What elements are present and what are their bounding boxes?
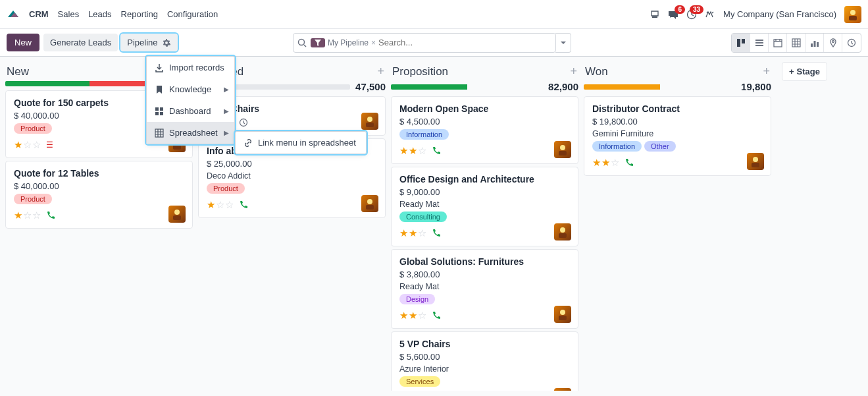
tag[interactable]: Information <box>399 129 449 140</box>
kanban-card[interactable]: Office Design and Architecture $ 9,000.0… <box>391 167 578 246</box>
priority-stars[interactable]: ★★☆ <box>592 157 619 169</box>
star-icon[interactable]: ★ <box>207 199 215 211</box>
company-selector[interactable]: My Company (San Francisco) <box>723 9 836 19</box>
star-icon[interactable]: ☆ <box>32 210 41 221</box>
star-icon[interactable]: ☆ <box>23 139 32 151</box>
star-icon[interactable]: ☆ <box>225 199 234 211</box>
kanban-card[interactable]: Global Solutions: Furnitures $ 3,800.00 … <box>391 249 578 329</box>
new-button[interactable]: New <box>7 34 39 51</box>
svg-point-35 <box>560 310 565 315</box>
phone-icon[interactable] <box>625 158 634 167</box>
star-icon[interactable]: ★ <box>409 145 417 157</box>
star-icon[interactable]: ☆ <box>418 145 426 157</box>
assignee-avatar[interactable] <box>168 206 186 223</box>
star-icon[interactable]: ☆ <box>611 157 619 169</box>
dropdown-import[interactable]: Import records <box>147 57 234 78</box>
nav-sales[interactable]: Sales <box>58 9 80 19</box>
app-name[interactable]: CRM <box>29 9 49 19</box>
star-icon[interactable]: ★ <box>592 157 601 169</box>
column-add-icon[interactable]: + <box>570 65 577 78</box>
assignee-avatar[interactable] <box>361 195 378 212</box>
phone-icon[interactable] <box>239 200 248 210</box>
filter-text[interactable]: My Pipeline × <box>328 38 376 47</box>
priority-stars[interactable]: ★★☆ <box>399 310 426 322</box>
priority-stars[interactable]: ★★☆ <box>399 227 426 239</box>
filter-chip[interactable] <box>311 38 325 47</box>
star-icon[interactable]: ☆ <box>23 210 32 221</box>
tag[interactable]: Information <box>592 141 642 152</box>
phone-icon[interactable] <box>432 229 441 238</box>
voip-icon[interactable] <box>650 9 660 20</box>
debug-icon[interactable] <box>705 9 715 20</box>
pipeline-button[interactable]: Pipeline <box>120 34 177 51</box>
dropdown-knowledge[interactable]: Knowledge ▶ <box>147 78 234 100</box>
assignee-avatar[interactable] <box>361 113 378 130</box>
star-icon[interactable]: ☆ <box>216 199 224 211</box>
star-icon[interactable]: ☆ <box>418 227 426 239</box>
topbar: CRM Sales Leads Reporting Configuration … <box>0 0 868 29</box>
submenu-link-spreadsheet[interactable]: Link menu in spreadsheet <box>236 132 366 154</box>
card-tags: InformationOther <box>592 141 763 154</box>
calendar-view-icon[interactable] <box>769 34 787 52</box>
activities-icon[interactable]: 33 <box>686 9 697 20</box>
phone-icon[interactable] <box>46 211 55 220</box>
search-input[interactable] <box>378 38 551 47</box>
nav-leads[interactable]: Leads <box>88 9 111 19</box>
star-icon[interactable]: ★ <box>601 157 610 169</box>
phone-icon[interactable] <box>432 311 441 320</box>
kanban-view-icon[interactable] <box>732 34 750 52</box>
map-view-icon[interactable] <box>824 34 842 52</box>
tag[interactable]: Design <box>399 294 435 304</box>
tag[interactable]: Product <box>207 183 245 194</box>
graph-view-icon[interactable] <box>805 34 824 52</box>
star-icon[interactable]: ★ <box>399 227 408 239</box>
column-title[interactable]: Won <box>585 65 608 78</box>
phone-icon[interactable] <box>432 146 441 156</box>
add-stage-button[interactable]: +Stage <box>782 62 827 81</box>
tag[interactable]: Other <box>644 141 676 152</box>
assignee-avatar[interactable] <box>747 153 764 170</box>
tag[interactable]: Product <box>14 123 52 134</box>
tag[interactable]: Services <box>399 376 440 387</box>
user-avatar[interactable] <box>844 6 861 23</box>
pivot-view-icon[interactable] <box>787 34 805 52</box>
list-view-icon[interactable] <box>750 34 769 52</box>
kanban-card[interactable]: Modern Open Space $ 4,500.00 Information… <box>391 96 578 164</box>
kanban-card[interactable]: Quote for 12 Tables $ 40,000.00 Product … <box>5 161 193 229</box>
tag[interactable]: Consulting <box>399 212 447 222</box>
star-icon[interactable]: ☆ <box>418 310 426 322</box>
dropdown-spreadsheet[interactable]: Spreadsheet ▶ <box>147 122 234 144</box>
priority-stars[interactable]: ★☆☆ <box>207 199 234 211</box>
kanban-card[interactable]: Distributor Contract $ 19,800.00 Gemini … <box>584 96 771 176</box>
star-icon[interactable]: ★ <box>409 310 417 322</box>
column-title[interactable]: Proposition <box>392 65 448 78</box>
filter-remove-icon[interactable]: × <box>371 38 376 47</box>
generate-leads-button[interactable]: Generate Leads <box>43 34 118 51</box>
kanban-card[interactable]: 5 VP Chairs $ 5,600.00 Azure Interior Se… <box>391 331 578 391</box>
star-icon[interactable]: ★ <box>409 227 417 239</box>
activity-view-icon[interactable] <box>842 34 861 52</box>
nav-reporting[interactable]: Reporting <box>121 9 158 19</box>
star-icon[interactable]: ★ <box>14 210 22 221</box>
search-options-caret[interactable] <box>555 33 571 53</box>
messages-icon[interactable]: 6 <box>668 9 678 20</box>
search-box[interactable]: My Pipeline × <box>293 33 556 53</box>
star-icon[interactable]: ★ <box>14 139 22 151</box>
star-icon[interactable]: ★ <box>399 310 408 322</box>
column-add-icon[interactable]: + <box>763 65 770 78</box>
assignee-avatar[interactable] <box>554 141 571 158</box>
column-add-icon[interactable]: + <box>377 65 384 78</box>
assignee-avatar[interactable] <box>554 223 571 240</box>
dropdown-dashboard[interactable]: Dashboard ▶ <box>147 100 234 122</box>
star-icon[interactable]: ★ <box>399 145 408 157</box>
tag[interactable]: Product <box>14 194 52 204</box>
clock-icon[interactable] <box>239 118 248 127</box>
assignee-avatar[interactable] <box>554 306 571 323</box>
star-icon[interactable]: ☆ <box>32 139 41 151</box>
priority-stars[interactable]: ★☆☆ <box>14 210 41 221</box>
nav-configuration[interactable]: Configuration <box>167 9 218 19</box>
priority-stars[interactable]: ★☆☆ <box>14 139 41 151</box>
assignee-avatar[interactable] <box>554 388 571 391</box>
column-title[interactable]: New <box>7 65 29 78</box>
priority-stars[interactable]: ★★☆ <box>399 145 426 157</box>
